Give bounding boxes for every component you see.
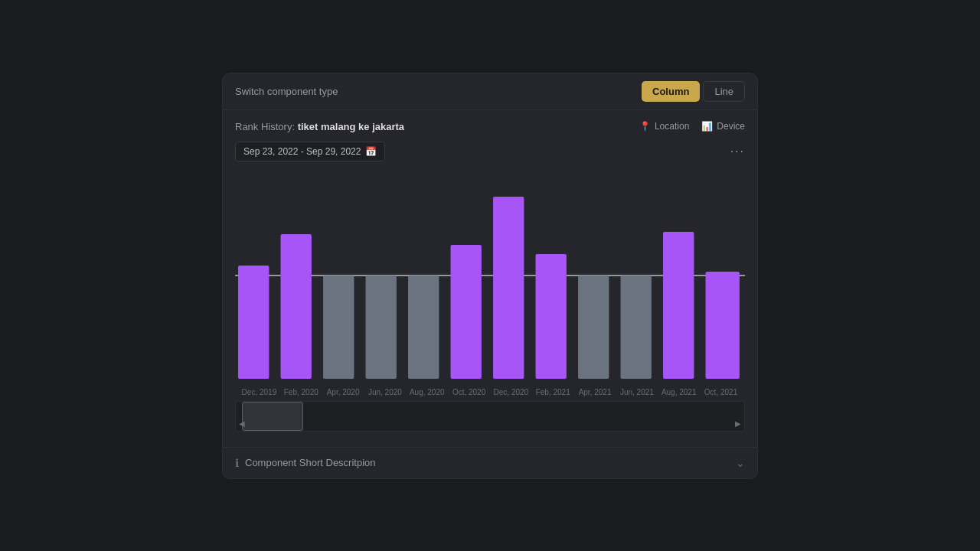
svg-rect-11 [663,232,694,379]
rank-title: Rank History: tiket malang ke jakarta [235,121,404,132]
x-label-8: Apr, 2021 [574,388,616,396]
chevron-down-icon[interactable]: ⌄ [736,457,745,469]
x-label-7: Feb, 2021 [532,388,574,396]
svg-rect-4 [366,276,397,379]
info-icon: ℹ [235,457,239,469]
x-label-5: Oct, 2020 [448,388,490,396]
x-label-11: Oct, 2021 [700,388,742,396]
device-filter[interactable]: 📊 Device [701,121,745,132]
minimap-left-arrow[interactable]: ◀ [239,419,245,428]
device-icon: 📊 [701,121,713,132]
svg-rect-5 [408,276,439,379]
location-filter[interactable]: 📍 Location [639,121,689,132]
rank-header: Rank History: tiket malang ke jakarta 📍 … [235,121,745,132]
x-label-9: Jun, 2021 [616,388,658,396]
main-content: Rank History: tiket malang ke jakarta 📍 … [223,110,757,447]
switch-bar: Switch component type Column Line [223,73,757,110]
date-range-text: Sep 23, 2022 - Sep 29, 2022 [243,146,361,157]
minimap-right-arrow[interactable]: ▶ [735,419,741,428]
description-bar[interactable]: ℹ Component Short Descritpion ⌄ [223,447,757,478]
x-label-2: Apr, 2020 [322,388,364,396]
rank-meta: 📍 Location 📊 Device [639,121,745,132]
x-label-1: Feb, 2020 [280,388,322,396]
bar-chart [235,172,745,379]
minimap-handle[interactable] [242,402,303,431]
description-text: Component Short Descritpion [245,457,376,468]
x-axis: Dec, 2019 Feb, 2020 Apr, 2020 Jun, 2020 … [235,385,745,396]
toolbar: Sep 23, 2022 - Sep 29, 2022 📅 ··· [235,142,745,161]
date-range-picker[interactable]: Sep 23, 2022 - Sep 29, 2022 📅 [235,142,385,161]
x-label-6: Dec, 2020 [490,388,532,396]
svg-rect-2 [281,234,312,379]
device-label: Device [717,121,745,132]
svg-rect-10 [621,276,652,379]
line-button[interactable]: Line [703,81,745,102]
column-button[interactable]: Column [642,81,700,102]
x-label-10: Aug, 2021 [658,388,700,396]
switch-label: Switch component type [235,86,338,97]
calendar-icon: 📅 [365,146,377,157]
svg-rect-8 [536,254,567,379]
location-label: Location [655,121,689,132]
x-label-3: Jun, 2020 [364,388,406,396]
switch-buttons: Column Line [642,81,745,102]
minimap[interactable]: ◀ ▶ [235,401,745,432]
x-label-4: Aug, 2020 [406,388,448,396]
chart-area [235,172,745,379]
svg-rect-6 [451,245,482,379]
svg-rect-9 [578,276,609,379]
svg-rect-1 [238,266,269,379]
svg-rect-7 [493,197,524,379]
rank-keyword: tiket malang ke jakarta [298,121,404,132]
more-button[interactable]: ··· [730,145,745,158]
x-label-0: Dec, 2019 [238,388,280,396]
desc-left: ℹ Component Short Descritpion [235,457,376,469]
svg-rect-12 [706,272,740,379]
location-icon: 📍 [639,121,651,132]
svg-rect-3 [323,276,354,379]
main-card: Switch component type Column Line Rank H… [222,73,758,479]
